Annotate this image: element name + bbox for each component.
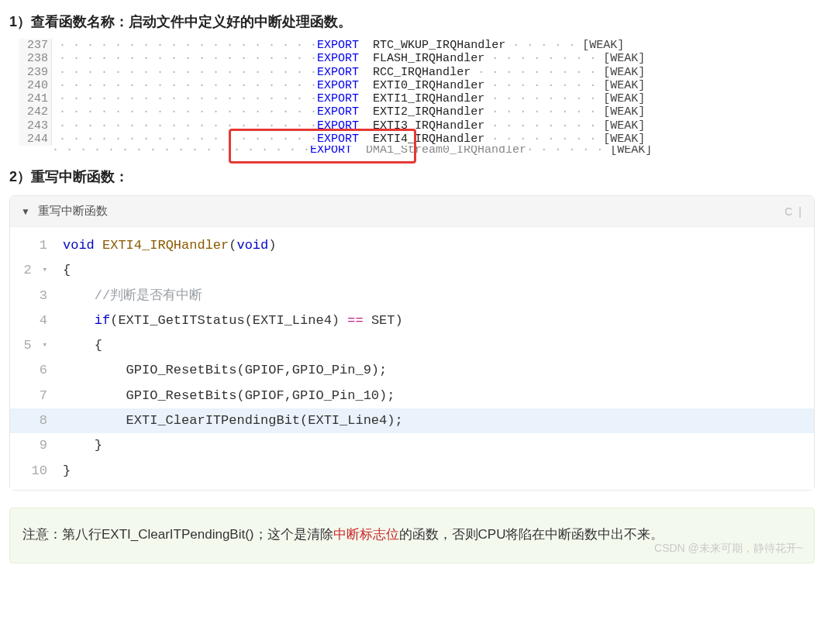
section2-title: 2）重写中断函数： xyxy=(9,167,815,186)
code-line: 6 GPIO_ResetBits(GPIOF,GPIO_Pin_9); xyxy=(10,358,814,383)
highlight-box xyxy=(229,129,416,164)
code-line: 8 EXTI_ClearITPendingBit(EXTI_Line4); xyxy=(10,408,814,433)
asm-row-cutoff: · · · · · · · · · · · · · · · · · · ·EXP… xyxy=(19,146,815,155)
collapse-toggle-icon[interactable]: ▼ xyxy=(21,206,30,217)
startup-file-screenshot: 237 · · · · · · · · · · · · · · · · · · … xyxy=(19,39,815,160)
asm-row: 238 · · · · · · · · · · · · · · · · · · … xyxy=(19,52,815,65)
note-pre: 注意：第八行EXTI_ClearITPendingBit()；这个是清除 xyxy=(22,527,333,542)
watermark: CSDN @未来可期，静待花开~ xyxy=(654,538,803,559)
note-callout: 注意：第八行EXTI_ClearITPendingBit()；这个是清除中断标志… xyxy=(9,508,815,563)
code-line: 9 } xyxy=(10,433,814,458)
code-language-label: C | xyxy=(784,205,803,218)
asm-row: 237 · · · · · · · · · · · · · · · · · · … xyxy=(19,39,815,52)
asm-row: 240 · · · · · · · · · · · · · · · · · · … xyxy=(19,79,815,92)
code-line: 7 GPIO_ResetBits(GPIOF,GPIO_Pin_10); xyxy=(10,384,814,408)
asm-row: 243 · · · · · · · · · · · · · · · · · · … xyxy=(19,119,815,133)
code-line: 2 ▾{ xyxy=(10,258,814,283)
code-title: 重写中断函数 xyxy=(38,204,784,219)
code-block: ▼ 重写中断函数 C | 1void EXTI4_IRQHandler(void… xyxy=(9,195,815,491)
section1-title: 1）查看函数名称：启动文件中定义好的中断处理函数。 xyxy=(9,12,815,31)
note-post: 的函数，否则CPU将陷在中断函数中出不来。 xyxy=(399,527,664,542)
asm-row: 244 · · · · · · · · · · · · · · · · · · … xyxy=(19,133,815,146)
code-line: 1void EXTI4_IRQHandler(void) xyxy=(10,233,814,258)
code-line: 10} xyxy=(10,459,814,484)
code-line: 4 if(EXTI_GetITStatus(EXTI_Line4) == SET… xyxy=(10,308,814,333)
asm-row: 239 · · · · · · · · · · · · · · · · · · … xyxy=(19,66,815,79)
asm-row: 241 · · · · · · · · · · · · · · · · · · … xyxy=(19,92,815,105)
note-red: 中断标志位 xyxy=(333,527,399,542)
code-line: 5 ▾ { xyxy=(10,333,814,358)
code-body: 1void EXTI4_IRQHandler(void)2 ▾{3 //判断是否… xyxy=(10,227,814,490)
asm-row: 242 · · · · · · · · · · · · · · · · · · … xyxy=(19,105,815,119)
code-header: ▼ 重写中断函数 C | xyxy=(10,196,814,227)
code-line: 3 //判断是否有中断 xyxy=(10,284,814,308)
